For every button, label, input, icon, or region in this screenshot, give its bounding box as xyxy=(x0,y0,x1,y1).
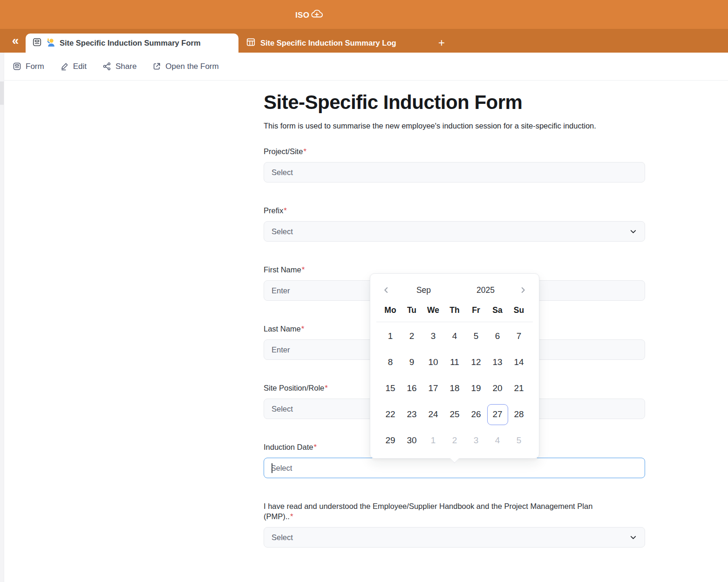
calendar-day[interactable]: 5 xyxy=(465,323,487,349)
day-number: 12 xyxy=(466,352,487,373)
calendar-day[interactable]: 4 xyxy=(444,323,465,349)
day-number: 13 xyxy=(487,352,508,373)
label-text: I have read and understood the Employee/… xyxy=(264,502,592,521)
day-number: 19 xyxy=(466,378,487,399)
weekday-label: We xyxy=(422,305,444,315)
day-number: 11 xyxy=(444,352,465,373)
day-number: 17 xyxy=(423,378,444,399)
rail-scroll-handle[interactable] xyxy=(0,81,4,105)
placeholder-text: Enter xyxy=(272,286,290,295)
calendar-day[interactable]: 30 xyxy=(401,427,422,453)
calendar-divider xyxy=(376,322,533,322)
form-icon xyxy=(13,62,21,71)
page: ISO « xyxy=(0,0,728,582)
calendar-day[interactable]: 4 xyxy=(487,427,508,453)
day-number: 29 xyxy=(380,430,401,451)
handbook-acknowledgement-label: I have read and understood the Employee/… xyxy=(264,501,599,521)
calendar-day[interactable]: 1 xyxy=(380,323,401,349)
collapse-sidebar-button[interactable]: « xyxy=(8,33,22,48)
raising-hand-emoji xyxy=(46,38,55,49)
calendar-day[interactable]: 26 xyxy=(465,401,487,427)
calendar-day[interactable]: 21 xyxy=(508,375,530,401)
calendar-day[interactable]: 12 xyxy=(465,349,487,375)
weekday-label: Tu xyxy=(401,305,422,315)
calendar-day[interactable]: 3 xyxy=(465,427,487,453)
handbook-acknowledgement-input[interactable]: Select xyxy=(264,527,645,548)
open-the-form-button[interactable]: Open the Form xyxy=(152,62,218,71)
calendar-day[interactable]: 29 xyxy=(380,427,401,453)
day-number: 4 xyxy=(444,326,465,347)
calendar-grid: 1234567891011121314151617181920212223242… xyxy=(380,323,530,453)
previous-month-button[interactable] xyxy=(380,284,393,297)
calendar-day[interactable]: 20 xyxy=(487,375,508,401)
calendar-day[interactable]: 2 xyxy=(401,323,422,349)
calendar-day[interactable]: 5 xyxy=(508,427,530,453)
calendar-day[interactable]: 25 xyxy=(444,401,465,427)
calendar-day[interactable]: 8 xyxy=(380,349,401,375)
day-number: 18 xyxy=(444,378,465,399)
placeholder-text: Select xyxy=(272,168,293,177)
calendar-day[interactable]: 7 xyxy=(508,323,530,349)
isoplus-logo[interactable]: ISO xyxy=(295,7,324,21)
placeholder-text: Select xyxy=(271,464,293,473)
calendar-day[interactable]: 9 xyxy=(401,349,422,375)
add-tab-button[interactable]: + xyxy=(434,35,449,50)
day-number: 22 xyxy=(380,404,401,425)
project-site-label: Project/Site* xyxy=(264,146,599,156)
calendar-day[interactable]: 10 xyxy=(422,349,444,375)
project-site-input[interactable]: Select xyxy=(264,162,645,183)
weekday-label: Mo xyxy=(380,305,401,315)
calendar-day[interactable]: 19 xyxy=(465,375,487,401)
month-label[interactable]: Sep xyxy=(393,285,455,295)
chevron-left-icon xyxy=(382,286,390,294)
field-handbook-acknowledgement: I have read and understood the Employee/… xyxy=(264,501,645,548)
placeholder-text: Enter xyxy=(272,345,290,354)
form-view-button[interactable]: Form xyxy=(13,62,44,71)
calendar-day[interactable]: 23 xyxy=(401,401,422,427)
edit-label: Edit xyxy=(73,62,87,71)
day-number: 16 xyxy=(401,378,422,399)
required-asterisk: * xyxy=(303,147,306,156)
day-number: 4 xyxy=(487,430,508,451)
day-number: 20 xyxy=(487,378,508,399)
tab-label: Site Specific Induction Summary Log xyxy=(260,39,396,47)
field-project-site: Project/Site*Select xyxy=(264,146,645,183)
share-label: Share xyxy=(116,62,136,71)
calendar-day[interactable]: 16 xyxy=(401,375,422,401)
share-button[interactable]: Share xyxy=(102,62,136,71)
calendar-day[interactable]: 3 xyxy=(422,323,444,349)
required-asterisk: * xyxy=(301,325,304,333)
calendar-day[interactable]: 11 xyxy=(444,349,465,375)
day-number: 26 xyxy=(466,404,487,425)
calendar-day[interactable]: 22 xyxy=(380,401,401,427)
calendar-day[interactable]: 13 xyxy=(487,349,508,375)
day-number: 23 xyxy=(401,404,422,425)
calendar-day-selected[interactable]: 27 xyxy=(487,401,508,427)
form-icon xyxy=(32,37,42,49)
year-label[interactable]: 2025 xyxy=(455,285,517,295)
calendar-day[interactable]: 24 xyxy=(422,401,444,427)
day-number: 25 xyxy=(444,404,465,425)
page-title: Site-Specific Induction Form xyxy=(264,91,645,114)
day-number: 2 xyxy=(444,430,465,451)
form-view-label: Form xyxy=(26,62,44,71)
date-picker-header: Sep 2025 xyxy=(380,282,530,298)
calendar-day[interactable]: 1 xyxy=(422,427,444,453)
tab-site-specific-induction-summary-log[interactable]: Site Specific Induction Summary Log xyxy=(238,34,404,53)
calendar-day[interactable]: 14 xyxy=(508,349,530,375)
prefix-input[interactable]: Select xyxy=(264,221,645,242)
edit-button[interactable]: Edit xyxy=(60,62,87,71)
calendar-day[interactable]: 15 xyxy=(380,375,401,401)
required-asterisk: * xyxy=(313,443,316,451)
calendar-day[interactable]: 2 xyxy=(444,427,465,453)
calendar-day[interactable]: 28 xyxy=(508,401,530,427)
calendar-day[interactable]: 6 xyxy=(487,323,508,349)
chevron-down-icon xyxy=(629,228,637,236)
cloud-plus-icon xyxy=(310,7,324,21)
calendar-day[interactable]: 17 xyxy=(422,375,444,401)
placeholder-text: Select xyxy=(272,533,293,542)
calendar-day[interactable]: 18 xyxy=(444,375,465,401)
external-link-icon xyxy=(152,62,161,71)
tab-site-specific-induction-summary-form[interactable]: Site Specific Induction Summary Form xyxy=(26,34,238,53)
next-month-button[interactable] xyxy=(517,284,530,297)
